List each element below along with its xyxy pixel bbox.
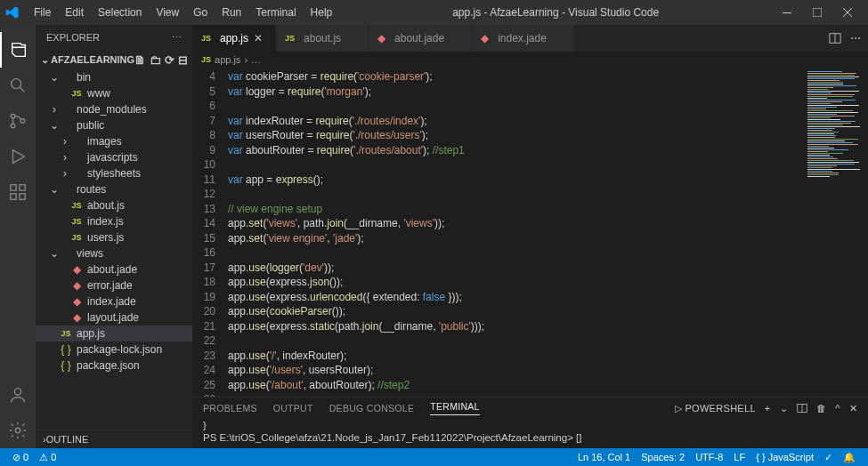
menu-file[interactable]: File: [27, 3, 58, 22]
tree-item-routes[interactable]: ⌄routes: [36, 181, 192, 197]
tab-about-js[interactable]: JSabout.js✕: [276, 25, 369, 52]
refresh-icon[interactable]: ⟳: [165, 53, 174, 67]
tree-item-about-js[interactable]: JSabout.js: [36, 197, 192, 213]
tree-item-users-js[interactable]: JSusers.js: [36, 229, 192, 245]
tab-index-jade[interactable]: ◆index.jade✕: [472, 25, 574, 52]
menu-selection[interactable]: Selection: [91, 3, 149, 22]
sidebar-more-icon[interactable]: ⋯: [172, 32, 182, 44]
svg-point-5: [20, 119, 25, 124]
menu-view[interactable]: View: [149, 3, 186, 22]
svg-rect-8: [20, 194, 25, 199]
line-numbers: 4567891011121314151617181920212223242526…: [192, 68, 228, 397]
breadcrumb-item: app.js: [215, 54, 240, 65]
split-editor-icon[interactable]: [829, 32, 841, 44]
svg-point-10: [14, 389, 20, 395]
new-folder-icon[interactable]: 🗀: [150, 53, 161, 67]
explorer-activity-icon[interactable]: [0, 32, 36, 68]
tree-item-index-js[interactable]: JSindex.js: [36, 213, 192, 229]
window-controls: [772, 0, 863, 25]
status-item[interactable]: UTF-8: [690, 452, 728, 463]
status-item[interactable]: ⚠ 0: [34, 452, 61, 463]
menu-run[interactable]: Run: [215, 3, 248, 22]
tree-item-stylesheets[interactable]: ›stylesheets: [36, 165, 192, 181]
extensions-activity-icon[interactable]: [0, 174, 36, 210]
status-item[interactable]: ⊘ 0: [7, 452, 34, 463]
status-item[interactable]: ✓: [819, 452, 838, 463]
status-item[interactable]: 🔔: [838, 452, 861, 463]
menu-terminal[interactable]: Terminal: [248, 3, 303, 22]
split-terminal-icon[interactable]: [797, 403, 807, 414]
panel-tab-output[interactable]: OUTPUT: [273, 403, 313, 414]
minimap[interactable]: [806, 68, 868, 397]
terminal-content[interactable]: }PS E:\triOS_College\afza\21.Node_js_Jan…: [192, 419, 868, 448]
tree-item-views[interactable]: ⌄views: [36, 245, 192, 261]
tree-item-layout-jade[interactable]: ◆layout.jade: [36, 309, 192, 325]
tree-item-javascripts[interactable]: ›javascripts: [36, 149, 192, 165]
terminal-shell-label[interactable]: ▷ powershell: [675, 403, 756, 414]
file-tree: ⌄binJSwww›node_modules⌄public›images›jav…: [36, 69, 192, 430]
breadcrumb-item: …: [251, 54, 261, 65]
terminal-dropdown-icon[interactable]: ⌄: [780, 403, 788, 414]
svg-point-3: [11, 114, 15, 118]
status-item[interactable]: Ln 16, Col 1: [572, 452, 636, 463]
project-name: AFZAELEARNING: [51, 54, 134, 65]
window-title: app.js - AfzaeLearning - Visual Studio C…: [339, 6, 772, 19]
menu-help[interactable]: Help: [304, 3, 340, 22]
activity-bar: [0, 25, 36, 448]
breadcrumb[interactable]: JS app.js › …: [192, 52, 868, 68]
svg-rect-0: [783, 12, 791, 13]
panel-tab-terminal[interactable]: TERMINAL: [430, 401, 480, 415]
menubar: FileEditSelectionViewGoRunTerminalHelp: [27, 3, 339, 22]
minimize-button[interactable]: [772, 0, 802, 25]
menu-go[interactable]: Go: [186, 3, 215, 22]
svg-rect-9: [20, 185, 25, 190]
tree-item-bin[interactable]: ⌄bin: [36, 69, 192, 85]
svg-rect-7: [11, 194, 16, 199]
sidebar: Explorer ⋯ ⌄ AFZAELEARNING 🗎 🗀 ⟳ ⊟ ⌄binJ…: [36, 25, 192, 448]
tree-item-www[interactable]: JSwww: [36, 85, 192, 101]
tree-item-about-jade[interactable]: ◆about.jade: [36, 261, 192, 277]
editor-tabs: JSapp.js✕JSabout.js✕◆about.jade✕◆index.j…: [192, 25, 868, 52]
tree-item-error-jade[interactable]: ◆error.jade: [36, 277, 192, 293]
more-actions-icon[interactable]: ⋯: [850, 32, 861, 44]
panel-maximize-icon[interactable]: ^: [835, 403, 840, 414]
tree-item-package-json[interactable]: { }package.json: [36, 358, 192, 374]
tree-item-app-js[interactable]: JSapp.js: [36, 325, 192, 341]
search-activity-icon[interactable]: [0, 68, 36, 103]
status-item[interactable]: { } JavaScript: [750, 452, 819, 463]
accounts-activity-icon[interactable]: [0, 377, 36, 413]
tree-item-images[interactable]: ›images: [36, 133, 192, 149]
collapse-icon[interactable]: ⊟: [178, 53, 188, 67]
editor[interactable]: 4567891011121314151617181920212223242526…: [192, 68, 868, 397]
project-header[interactable]: ⌄ AFZAELEARNING 🗎 🗀 ⟳ ⊟: [36, 50, 192, 69]
tree-item-node_modules[interactable]: ›node_modules: [36, 101, 192, 117]
new-terminal-icon[interactable]: +: [765, 403, 771, 414]
panel-tabs: PROBLEMSOUTPUTDEBUG CONSOLETERMINAL ▷ po…: [192, 398, 868, 419]
tab-close-icon[interactable]: ✕: [254, 32, 266, 44]
outline-header[interactable]: › OUTLINE: [36, 430, 192, 448]
panel-tab-problems[interactable]: PROBLEMS: [203, 403, 257, 414]
settings-activity-icon[interactable]: [0, 413, 36, 448]
tab-about-jade[interactable]: ◆about.jade✕: [369, 25, 472, 52]
status-item[interactable]: Spaces: 2: [636, 452, 690, 463]
close-button[interactable]: [832, 0, 863, 25]
chevron-right-icon: ›: [244, 54, 247, 65]
panel-tab-debug-console[interactable]: DEBUG CONSOLE: [329, 403, 415, 414]
panel-close-icon[interactable]: ✕: [849, 403, 857, 414]
source-control-activity-icon[interactable]: [0, 103, 36, 139]
vscode-logo-icon: [5, 5, 20, 20]
svg-rect-1: [813, 8, 822, 17]
tree-item-index-jade[interactable]: ◆index.jade: [36, 293, 192, 309]
run-debug-activity-icon[interactable]: [0, 139, 36, 174]
tree-item-package-lock-json[interactable]: { }package-lock.json: [36, 341, 192, 358]
code-content[interactable]: var cookieParser = require('cookie-parse…: [228, 68, 806, 397]
outline-label: OUTLINE: [46, 434, 89, 445]
tree-item-public[interactable]: ⌄public: [36, 117, 192, 133]
menu-edit[interactable]: Edit: [58, 3, 91, 22]
new-file-icon[interactable]: 🗎: [134, 53, 146, 67]
kill-terminal-icon[interactable]: 🗑: [816, 403, 826, 414]
js-icon: JS: [201, 55, 211, 64]
maximize-button[interactable]: [802, 0, 832, 25]
status-item[interactable]: LF: [728, 452, 750, 463]
tab-app-js[interactable]: JSapp.js✕: [192, 25, 276, 52]
